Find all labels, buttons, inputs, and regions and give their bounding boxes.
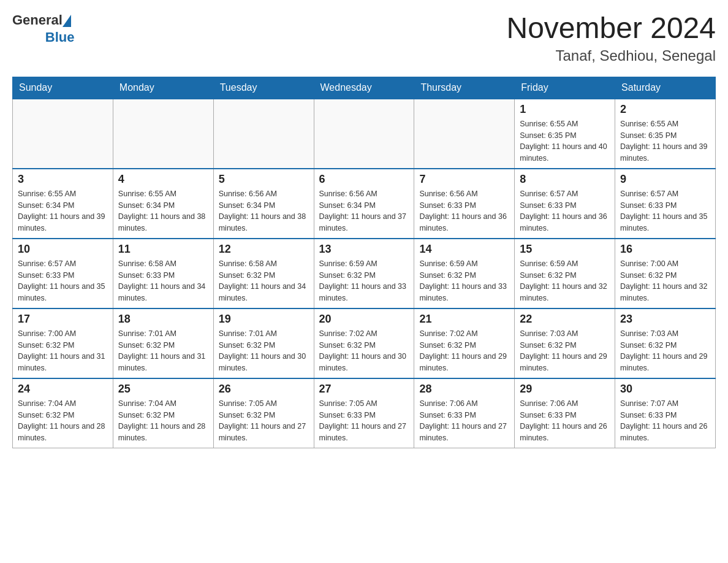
day-number: 14 bbox=[419, 243, 509, 256]
day-number: 25 bbox=[118, 383, 208, 396]
cell-week4-day3: 27Sunrise: 7:05 AMSunset: 6:33 PMDayligh… bbox=[314, 378, 414, 448]
cell-week0-day6: 2Sunrise: 6:55 AMSunset: 6:35 PMDaylight… bbox=[615, 99, 716, 169]
day-info: Sunrise: 7:02 AMSunset: 6:32 PMDaylight:… bbox=[319, 328, 409, 374]
day-info: Sunrise: 7:03 AMSunset: 6:32 PMDaylight:… bbox=[520, 328, 610, 374]
cell-week3-day5: 22Sunrise: 7:03 AMSunset: 6:32 PMDayligh… bbox=[515, 308, 615, 378]
day-number: 1 bbox=[520, 103, 610, 116]
calendar-table: Sunday Monday Tuesday Wednesday Thursday… bbox=[12, 77, 716, 448]
day-number: 5 bbox=[219, 173, 309, 186]
day-number: 28 bbox=[419, 383, 509, 396]
cell-week1-day2: 5Sunrise: 6:56 AMSunset: 6:34 PMDaylight… bbox=[213, 169, 314, 239]
day-number: 10 bbox=[18, 243, 108, 256]
cell-week2-day6: 16Sunrise: 7:00 AMSunset: 6:32 PMDayligh… bbox=[615, 239, 716, 308]
calendar-subtitle: Tanaf, Sedhiou, Senegal bbox=[506, 47, 716, 64]
day-info: Sunrise: 7:05 AMSunset: 6:33 PMDaylight:… bbox=[319, 398, 409, 444]
day-info: Sunrise: 6:59 AMSunset: 6:32 PMDaylight:… bbox=[319, 258, 409, 304]
day-info: Sunrise: 7:05 AMSunset: 6:32 PMDaylight:… bbox=[219, 398, 309, 444]
header-thursday: Thursday bbox=[414, 77, 515, 99]
cell-week1-day5: 8Sunrise: 6:57 AMSunset: 6:33 PMDaylight… bbox=[515, 169, 615, 239]
day-info: Sunrise: 7:07 AMSunset: 6:33 PMDaylight:… bbox=[620, 398, 710, 444]
day-number: 3 bbox=[18, 173, 108, 186]
day-info: Sunrise: 6:55 AMSunset: 6:35 PMDaylight:… bbox=[620, 118, 710, 164]
day-number: 13 bbox=[319, 243, 409, 256]
calendar-title: November 2024 bbox=[506, 12, 716, 45]
day-info: Sunrise: 6:57 AMSunset: 6:33 PMDaylight:… bbox=[18, 258, 108, 304]
day-info: Sunrise: 7:06 AMSunset: 6:33 PMDaylight:… bbox=[419, 398, 509, 444]
cell-week3-day2: 19Sunrise: 7:01 AMSunset: 6:32 PMDayligh… bbox=[213, 308, 314, 378]
day-number: 17 bbox=[18, 313, 108, 326]
day-number: 2 bbox=[620, 103, 710, 116]
day-number: 16 bbox=[620, 243, 710, 256]
day-number: 12 bbox=[219, 243, 309, 256]
cell-week0-day4 bbox=[414, 99, 515, 169]
day-number: 4 bbox=[118, 173, 208, 186]
day-number: 20 bbox=[319, 313, 409, 326]
cell-week3-day1: 18Sunrise: 7:01 AMSunset: 6:32 PMDayligh… bbox=[113, 308, 213, 378]
day-number: 11 bbox=[118, 243, 208, 256]
header: General Gene Blue November 2024 Tanaf, S… bbox=[12, 12, 716, 64]
week-row-0: 1Sunrise: 6:55 AMSunset: 6:35 PMDaylight… bbox=[13, 99, 716, 169]
day-info: Sunrise: 7:04 AMSunset: 6:32 PMDaylight:… bbox=[18, 398, 108, 444]
cell-week1-day6: 9Sunrise: 6:57 AMSunset: 6:33 PMDaylight… bbox=[615, 169, 716, 239]
week-row-4: 24Sunrise: 7:04 AMSunset: 6:32 PMDayligh… bbox=[13, 378, 716, 448]
logo-triangle-icon bbox=[63, 15, 71, 27]
day-number: 27 bbox=[319, 383, 409, 396]
day-info: Sunrise: 6:57 AMSunset: 6:33 PMDaylight:… bbox=[620, 188, 710, 234]
cell-week3-day3: 20Sunrise: 7:02 AMSunset: 6:32 PMDayligh… bbox=[314, 308, 414, 378]
cell-week4-day1: 25Sunrise: 7:04 AMSunset: 6:32 PMDayligh… bbox=[113, 378, 213, 448]
day-info: Sunrise: 7:02 AMSunset: 6:32 PMDaylight:… bbox=[419, 328, 509, 374]
day-number: 9 bbox=[620, 173, 710, 186]
cell-week1-day4: 7Sunrise: 6:56 AMSunset: 6:33 PMDaylight… bbox=[414, 169, 515, 239]
day-info: Sunrise: 6:56 AMSunset: 6:34 PMDaylight:… bbox=[319, 188, 409, 234]
day-info: Sunrise: 6:57 AMSunset: 6:33 PMDaylight:… bbox=[520, 188, 610, 234]
logo: General Gene Blue bbox=[12, 12, 75, 45]
day-number: 15 bbox=[520, 243, 610, 256]
day-info: Sunrise: 6:59 AMSunset: 6:32 PMDaylight:… bbox=[419, 258, 509, 304]
header-tuesday: Tuesday bbox=[213, 77, 314, 99]
cell-week0-day5: 1Sunrise: 6:55 AMSunset: 6:35 PMDaylight… bbox=[515, 99, 615, 169]
day-info: Sunrise: 6:56 AMSunset: 6:34 PMDaylight:… bbox=[219, 188, 309, 234]
cell-week4-day5: 29Sunrise: 7:06 AMSunset: 6:33 PMDayligh… bbox=[515, 378, 615, 448]
cell-week4-day6: 30Sunrise: 7:07 AMSunset: 6:33 PMDayligh… bbox=[615, 378, 716, 448]
day-info: Sunrise: 6:55 AMSunset: 6:34 PMDaylight:… bbox=[18, 188, 108, 234]
days-header-row: Sunday Monday Tuesday Wednesday Thursday… bbox=[13, 77, 716, 99]
day-number: 21 bbox=[419, 313, 509, 326]
day-info: Sunrise: 6:58 AMSunset: 6:33 PMDaylight:… bbox=[118, 258, 208, 304]
day-number: 22 bbox=[520, 313, 610, 326]
cell-week4-day0: 24Sunrise: 7:04 AMSunset: 6:32 PMDayligh… bbox=[13, 378, 113, 448]
week-row-2: 10Sunrise: 6:57 AMSunset: 6:33 PMDayligh… bbox=[13, 239, 716, 308]
cell-week2-day3: 13Sunrise: 6:59 AMSunset: 6:32 PMDayligh… bbox=[314, 239, 414, 308]
day-info: Sunrise: 6:55 AMSunset: 6:34 PMDaylight:… bbox=[118, 188, 208, 234]
day-info: Sunrise: 7:01 AMSunset: 6:32 PMDaylight:… bbox=[219, 328, 309, 374]
week-row-1: 3Sunrise: 6:55 AMSunset: 6:34 PMDaylight… bbox=[13, 169, 716, 239]
cell-week2-day1: 11Sunrise: 6:58 AMSunset: 6:33 PMDayligh… bbox=[113, 239, 213, 308]
cell-week4-day4: 28Sunrise: 7:06 AMSunset: 6:33 PMDayligh… bbox=[414, 378, 515, 448]
day-number: 24 bbox=[18, 383, 108, 396]
cell-week2-day5: 15Sunrise: 6:59 AMSunset: 6:32 PMDayligh… bbox=[515, 239, 615, 308]
day-info: Sunrise: 7:06 AMSunset: 6:33 PMDaylight:… bbox=[520, 398, 610, 444]
cell-week3-day4: 21Sunrise: 7:02 AMSunset: 6:32 PMDayligh… bbox=[414, 308, 515, 378]
logo-general-text: General bbox=[12, 12, 63, 28]
day-info: Sunrise: 7:03 AMSunset: 6:32 PMDaylight:… bbox=[620, 328, 710, 374]
cell-week1-day0: 3Sunrise: 6:55 AMSunset: 6:34 PMDaylight… bbox=[13, 169, 113, 239]
header-sunday: Sunday bbox=[13, 77, 113, 99]
title-area: November 2024 Tanaf, Sedhiou, Senegal bbox=[506, 12, 716, 64]
cell-week1-day3: 6Sunrise: 6:56 AMSunset: 6:34 PMDaylight… bbox=[314, 169, 414, 239]
cell-week1-day1: 4Sunrise: 6:55 AMSunset: 6:34 PMDaylight… bbox=[113, 169, 213, 239]
day-number: 26 bbox=[219, 383, 309, 396]
day-info: Sunrise: 7:00 AMSunset: 6:32 PMDaylight:… bbox=[620, 258, 710, 304]
day-number: 19 bbox=[219, 313, 309, 326]
cell-week4-day2: 26Sunrise: 7:05 AMSunset: 6:32 PMDayligh… bbox=[213, 378, 314, 448]
day-info: Sunrise: 6:55 AMSunset: 6:35 PMDaylight:… bbox=[520, 118, 610, 164]
day-info: Sunrise: 6:56 AMSunset: 6:33 PMDaylight:… bbox=[419, 188, 509, 234]
cell-week3-day6: 23Sunrise: 7:03 AMSunset: 6:32 PMDayligh… bbox=[615, 308, 716, 378]
logo-blue-text: Blue bbox=[45, 29, 75, 45]
day-number: 6 bbox=[319, 173, 409, 186]
cell-week3-day0: 17Sunrise: 7:00 AMSunset: 6:32 PMDayligh… bbox=[13, 308, 113, 378]
header-monday: Monday bbox=[113, 77, 213, 99]
day-info: Sunrise: 7:01 AMSunset: 6:32 PMDaylight:… bbox=[118, 328, 208, 374]
cell-week2-day4: 14Sunrise: 6:59 AMSunset: 6:32 PMDayligh… bbox=[414, 239, 515, 308]
cell-week2-day2: 12Sunrise: 6:58 AMSunset: 6:32 PMDayligh… bbox=[213, 239, 314, 308]
day-number: 8 bbox=[520, 173, 610, 186]
day-number: 7 bbox=[419, 173, 509, 186]
